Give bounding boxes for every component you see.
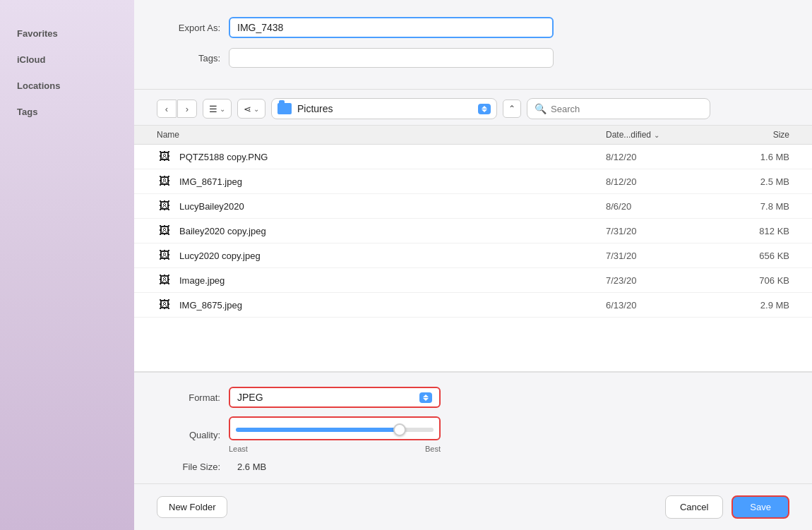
quality-row: Quality: Least Best (157, 416, 789, 453)
list-view-button[interactable]: ☰ ⌄ (203, 99, 232, 119)
quality-best-label: Best (425, 445, 441, 453)
file-name: LucyBailey2020 (179, 201, 606, 212)
grid-view-chevron-icon: ⌄ (253, 105, 259, 113)
filesize-value: 2.6 MB (237, 462, 266, 472)
quality-label: Quality: (157, 430, 220, 440)
tags-label: Tags: (157, 53, 220, 64)
file-date: 6/13/20 (606, 300, 719, 311)
grid-view-icon: ⋖ (244, 104, 251, 114)
file-date: 7/31/20 (606, 226, 719, 236)
quality-slider-wrap (229, 416, 441, 440)
file-name: Lucy2020 copy.jpeg (179, 251, 606, 261)
quality-slider[interactable] (236, 428, 434, 432)
file-list-header: Name Date...dified ⌄ Size (134, 126, 812, 145)
new-folder-button[interactable]: New Folder (157, 496, 227, 518)
table-row[interactable]: 🖼 Bailey2020 copy.jpeg 7/31/20 812 KB (134, 219, 812, 243)
file-name: PQTZ5188 copy.PNG (179, 152, 606, 162)
forward-button[interactable]: › (177, 100, 197, 118)
quality-labels: Least Best (229, 445, 441, 453)
column-size: Size (719, 130, 789, 140)
list-view-icon: ☰ (209, 104, 217, 114)
filesize-label: File Size: (157, 462, 220, 472)
dialog-top-form: Export As: Tags: (134, 0, 812, 90)
table-row[interactable]: 🖼 IMG_8675.jpeg 6/13/20 2.9 MB (134, 293, 812, 318)
file-name: Image.jpeg (179, 275, 606, 286)
location-dropdown[interactable]: Pictures (271, 98, 497, 119)
folder-icon (277, 103, 292, 114)
nav-group: ‹ › (157, 100, 197, 118)
export-as-input[interactable] (229, 17, 554, 38)
sidebar-tags[interactable]: Tags (11, 100, 123, 120)
sidebar-locations[interactable]: Locations (11, 73, 123, 94)
file-icon: 🖼 (157, 198, 172, 214)
format-row: Format: JPEG (157, 387, 789, 408)
format-select[interactable]: JPEG (229, 387, 441, 408)
tags-input[interactable] (229, 48, 554, 68)
grid-view-button[interactable]: ⋖ ⌄ (237, 99, 265, 119)
expand-button[interactable]: ⌃ (503, 100, 521, 118)
toolbar: ‹ › ☰ ⌄ ⋖ ⌄ Pictures ⌃ 🔍 (134, 90, 812, 125)
file-size: 706 KB (719, 275, 789, 286)
format-label: Format: (157, 392, 220, 403)
location-chevrons-icon (478, 104, 491, 114)
options-panel: Format: JPEG Quality: Least Best (134, 372, 812, 483)
file-size: 1.6 MB (719, 152, 789, 162)
quality-least-label: Least (229, 445, 248, 453)
file-size: 2.5 MB (719, 176, 789, 187)
export-as-label: Export As: (157, 23, 220, 33)
file-size: 656 KB (719, 251, 789, 261)
file-icon: 🖼 (157, 297, 172, 313)
footer-right: Cancel Save (665, 495, 789, 519)
save-dialog: Export As: Tags: ‹ › ☰ ⌄ ⋖ ⌄ Pictures (134, 0, 812, 530)
file-name: IMG_8675.jpeg (179, 300, 606, 311)
export-as-row: Export As: (157, 17, 789, 38)
file-icon: 🖼 (157, 149, 172, 164)
sidebar-favorites[interactable]: Favorites (11, 21, 123, 42)
cancel-button[interactable]: Cancel (665, 495, 723, 519)
table-row[interactable]: 🖼 PQTZ5188 copy.PNG 8/12/20 1.6 MB (134, 145, 812, 169)
file-name: IMG_8671.jpeg (179, 176, 606, 187)
table-row[interactable]: 🖼 Lucy2020 copy.jpeg 7/31/20 656 KB (134, 243, 812, 268)
search-box: 🔍 (527, 98, 710, 119)
file-size: 7.8 MB (719, 201, 789, 212)
sort-chevron-icon: ⌄ (654, 131, 659, 139)
location-select-left: Pictures (277, 103, 333, 114)
list-view-chevron-icon: ⌄ (220, 105, 225, 113)
column-date[interactable]: Date...dified ⌄ (606, 130, 719, 140)
file-list-container: Name Date...dified ⌄ Size 🖼 PQTZ5188 cop… (134, 125, 812, 372)
table-row[interactable]: 🖼 IMG_8671.jpeg 8/12/20 2.5 MB (134, 169, 812, 194)
format-value: JPEG (237, 392, 263, 403)
file-icon: 🖼 (157, 223, 172, 239)
format-chevron-icon (419, 392, 432, 403)
column-name: Name (157, 130, 606, 140)
file-icon: 🖼 (157, 248, 172, 263)
location-name: Pictures (297, 103, 333, 114)
search-icon: 🔍 (535, 103, 547, 114)
file-date: 7/23/20 (606, 275, 719, 286)
filesize-row: File Size: 2.6 MB (157, 462, 789, 472)
file-size: 812 KB (719, 226, 789, 236)
file-name: Bailey2020 copy.jpeg (179, 226, 606, 236)
file-date: 8/6/20 (606, 201, 719, 212)
file-size: 2.9 MB (719, 300, 789, 311)
sidebar-icloud[interactable]: iCloud (11, 47, 123, 68)
file-date: 8/12/20 (606, 176, 719, 187)
tags-row: Tags: (157, 48, 789, 68)
back-button[interactable]: ‹ (157, 100, 177, 118)
sidebar: Favorites iCloud Locations Tags (0, 0, 134, 530)
dialog-footer: New Folder Cancel Save (134, 483, 812, 530)
file-date: 8/12/20 (606, 152, 719, 162)
file-icon: 🖼 (157, 174, 172, 189)
table-row[interactable]: 🖼 LucyBailey2020 8/6/20 7.8 MB (134, 194, 812, 219)
file-date: 7/31/20 (606, 251, 719, 261)
table-row[interactable]: 🖼 Image.jpeg 7/23/20 706 KB (134, 268, 812, 293)
file-icon: 🖼 (157, 272, 172, 288)
search-input[interactable] (551, 104, 703, 114)
quality-container: Least Best (229, 416, 441, 453)
save-button[interactable]: Save (732, 495, 789, 519)
